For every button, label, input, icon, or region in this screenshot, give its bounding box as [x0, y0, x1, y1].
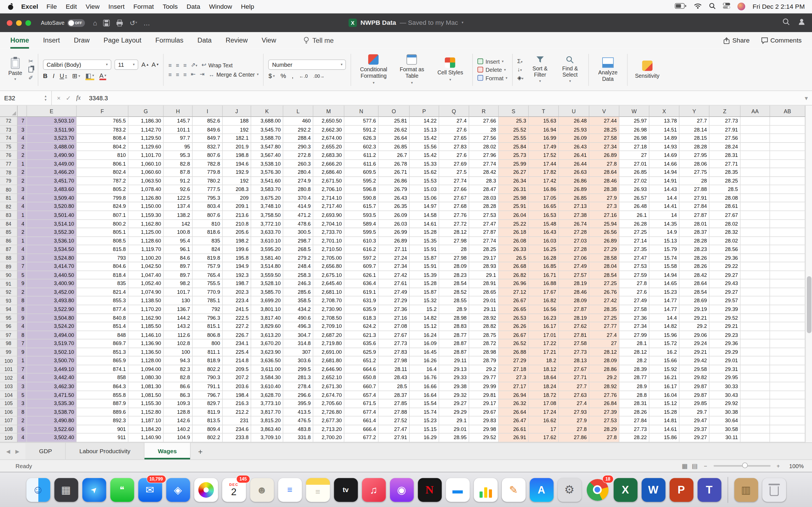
cell[interactable]: 138.2	[163, 211, 193, 219]
cell[interactable]: 596.8	[344, 185, 378, 194]
cell[interactable]: 3,466.20	[27, 168, 77, 177]
cell[interactable]: 29.67	[469, 408, 499, 416]
cell[interactable]: 26.27	[499, 168, 529, 177]
dock-icon-powerpoint[interactable]: P	[669, 478, 693, 501]
cell[interactable]: 27.74	[469, 160, 499, 168]
cell[interactable]	[770, 143, 805, 151]
cell[interactable]: 16.64	[410, 391, 439, 399]
cell[interactable]: 15.23	[649, 288, 679, 297]
cell[interactable]: 17.67	[529, 288, 559, 297]
cell[interactable]: 3,522.60	[27, 425, 77, 434]
cell[interactable]: 26.63	[559, 168, 589, 177]
cell[interactable]: 14.66	[649, 160, 679, 168]
cell[interactable]: 29.27	[709, 271, 741, 279]
cell[interactable]: 3,559.50	[251, 271, 283, 279]
tell-me-button[interactable]: Tell me	[304, 32, 334, 49]
cell[interactable]: 3,636.50	[251, 356, 283, 365]
row-header[interactable]: 84	[0, 220, 17, 228]
cell[interactable]: 29.13	[439, 365, 469, 374]
cell[interactable]: 677.2	[344, 434, 378, 442]
cell[interactable]: 27.39	[589, 408, 619, 416]
cell[interactable]: 624.2	[344, 323, 378, 331]
cell[interactable]: 3,758.50	[251, 211, 283, 219]
cell[interactable]: 796.7	[193, 391, 223, 399]
cell[interactable]: 2,681.10	[313, 288, 344, 297]
insert-cells-button[interactable]: Insert▾	[477, 58, 507, 64]
cell[interactable]: 3,584.30	[251, 374, 283, 382]
cell[interactable]: 27.67	[378, 331, 410, 339]
cell[interactable]: 1,129.60	[129, 143, 164, 151]
cell[interactable]: 192.9	[223, 168, 251, 177]
cell[interactable]: 28.5	[709, 185, 741, 194]
column-header-N[interactable]: N	[344, 106, 378, 117]
cell[interactable]: 16.62	[529, 416, 559, 425]
dock-icon-launchpad[interactable]: ▦	[54, 478, 78, 501]
cell[interactable]: 15.03	[410, 185, 439, 194]
cell[interactable]	[741, 382, 770, 391]
cell[interactable]: 26.86	[378, 177, 410, 185]
cell[interactable]: 28.25	[589, 125, 619, 134]
cell[interactable]: 3,520.80	[27, 203, 77, 211]
cell[interactable]: 800.2	[77, 220, 129, 228]
cell[interactable]: 1,128.00	[129, 356, 164, 365]
cell[interactable]: 1,080.30	[129, 374, 164, 382]
cell[interactable]: 28.46	[589, 177, 619, 185]
find-select-button[interactable]: Find & Select ▾	[557, 56, 583, 83]
cell[interactable]: 589.4	[344, 220, 378, 228]
row-header[interactable]: 77	[0, 160, 17, 168]
cell[interactable]: 874.1	[77, 365, 129, 374]
cell[interactable]	[770, 220, 805, 228]
cell[interactable]: 27.8	[559, 425, 589, 434]
cell[interactable]: 3,547.80	[251, 143, 283, 151]
cell[interactable]: 18.64	[529, 374, 559, 382]
cell[interactable]: 27.14	[619, 237, 650, 245]
cell[interactable]	[770, 160, 805, 168]
cell[interactable]: 14.82	[649, 323, 679, 331]
comma-icon[interactable]: ,	[292, 72, 294, 80]
cell[interactable]: 490.6	[283, 314, 313, 322]
cell-sliver[interactable]: 4	[17, 134, 27, 143]
cell[interactable]: 29.31	[709, 365, 741, 374]
search-icon[interactable]	[709, 2, 716, 10]
cell[interactable]: 27.73	[709, 117, 741, 125]
cell[interactable]: 16.94	[529, 125, 559, 134]
cell[interactable]: 27.3	[589, 203, 619, 211]
cell-sliver[interactable]: 7	[17, 365, 27, 374]
cell[interactable]: 15.28	[410, 228, 439, 237]
menu-item-view[interactable]: View	[86, 3, 100, 10]
dock-icon-pencil[interactable]: ✎	[502, 478, 525, 501]
cell[interactable]: 28.92	[589, 382, 619, 391]
cell[interactable]: 29.95	[709, 374, 741, 382]
cell[interactable]: 14.61	[410, 220, 439, 228]
paste-button[interactable]: Paste ▾	[5, 57, 25, 82]
cell[interactable]	[770, 305, 805, 314]
cell[interactable]: 15.12	[649, 399, 679, 408]
cell[interactable]: 3,514.10	[27, 220, 77, 228]
cell[interactable]: 28.29	[589, 425, 619, 434]
cell[interactable]: 27.7	[679, 117, 710, 125]
cancel-entry-icon[interactable]: ×	[57, 94, 61, 102]
dock-icon-music[interactable]: ♫	[362, 478, 386, 501]
cell[interactable]: 17.62	[529, 434, 559, 442]
menu-item-data[interactable]: Data	[187, 3, 200, 10]
cell[interactable]: 27.6	[619, 288, 650, 297]
cell[interactable]	[770, 228, 805, 237]
cell[interactable]: 304.7	[283, 331, 313, 339]
cell[interactable]	[741, 177, 770, 185]
cell[interactable]: 27.91	[709, 125, 741, 134]
cell[interactable]: 15.62	[410, 168, 439, 177]
cell[interactable]: 27.29	[589, 245, 619, 254]
cell[interactable]: 209.1	[223, 203, 251, 211]
cell[interactable]: 855.3	[77, 297, 129, 305]
cell[interactable]: 770.9	[193, 288, 223, 297]
cell[interactable]: 27.47	[378, 425, 410, 434]
cell-sliver[interactable]: 8	[17, 297, 27, 305]
cell[interactable]: 27.29	[378, 297, 410, 305]
cell[interactable]: 203.6	[223, 382, 251, 391]
cell[interactable]: 901	[77, 425, 129, 434]
cell[interactable]: 27.49	[619, 297, 650, 305]
cell[interactable]: 16.82	[529, 297, 559, 305]
row-header[interactable]: 91	[0, 280, 17, 288]
cell[interactable]: 27.67	[439, 194, 469, 203]
cell[interactable]: 16.29	[410, 434, 439, 442]
